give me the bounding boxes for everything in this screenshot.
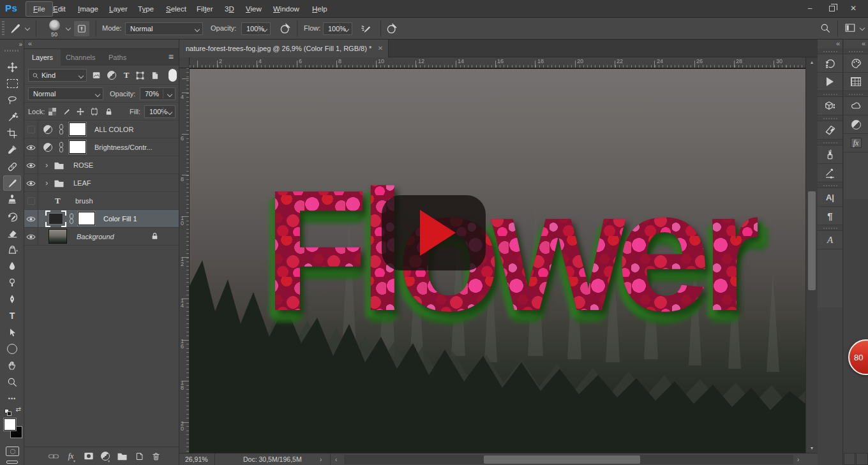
filter-shape-layers-button[interactable] [134,70,146,81]
adjustments-panel-button[interactable] [844,115,868,134]
collapse-panel-icon[interactable]: « [24,40,179,48]
search-button[interactable] [819,22,831,34]
menu-window[interactable]: Window [266,0,306,18]
styles-panel-button[interactable]: fx [844,134,868,152]
smoothing-button[interactable] [385,22,398,35]
tab-channels[interactable]: Channels [58,49,103,66]
layer-group-rose[interactable]: › ROSE [24,156,179,174]
tab-paths[interactable]: Paths [101,49,134,66]
tool-dodge[interactable] [3,275,21,290]
tool-type[interactable]: T [3,308,21,323]
scroll-up-icon[interactable]: ▴ [806,59,818,65]
filter-kind-select[interactable]: Kind [28,69,87,82]
actions-panel-button[interactable] [818,73,842,91]
tool-history-brush[interactable] [3,209,21,224]
tools-grip[interactable] [4,50,20,52]
lock-transparent-button[interactable] [47,107,57,117]
tab-layers[interactable]: Layers [24,49,61,66]
swatches-panel-button[interactable] [844,73,868,91]
menu-edit[interactable]: Edit [46,0,73,18]
vertical-scroll-thumb[interactable] [808,191,816,290]
scroll-right-icon[interactable]: › [797,454,799,465]
expand-tools-icon[interactable]: » [19,41,21,48]
opacity-select[interactable]: 100% [241,22,271,35]
color-panel-button[interactable] [844,54,868,73]
layer-row-brush-text[interactable]: T brush [24,192,179,210]
history-panel-button[interactable] [818,54,842,73]
canvas[interactable]: Flower Flower [190,68,805,453]
mode-select[interactable]: Normal [125,22,203,35]
paragraph-panel-button[interactable]: ¶ [818,207,842,225]
lock-paint-button[interactable] [61,107,71,117]
filter-smart-objects-button[interactable] [149,70,161,81]
flow-select[interactable]: 100% [323,22,352,35]
filter-adjustment-layers-button[interactable] [106,70,117,81]
brush-picker-chevron-icon[interactable] [66,26,71,31]
horizontal-scroll-thumb[interactable] [484,455,640,464]
lock-all-button[interactable] [103,107,114,117]
visibility-toggle[interactable] [24,228,38,246]
tool-hand[interactable] [3,358,21,373]
blend-mode-select[interactable]: Normal [28,87,103,100]
layer-group-leaf[interactable]: › LEAF [24,174,179,192]
tablet-opacity-button[interactable] [279,22,292,35]
visibility-toggle[interactable] [24,138,38,156]
tool-more[interactable]: ••• [3,391,21,406]
fill-select[interactable]: 100% [144,105,176,118]
layer-row-all-color[interactable]: ALL COLOR [24,121,179,138]
restore-button[interactable] [821,0,842,17]
tool-paint-bucket[interactable] [3,242,21,257]
scroll-down-icon[interactable]: ▾ [806,445,818,451]
visibility-toggle[interactable] [24,210,38,228]
default-swap-colors[interactable]: ⇄ [4,407,22,416]
character-panel-button[interactable]: A| [818,188,842,207]
visibility-toggle[interactable] [24,156,38,174]
document-tab[interactable]: nature-forest-trees-fog.jpeg @ 26,9% (Co… [179,40,389,57]
filter-pixel-layers-button[interactable] [91,70,102,81]
filter-type-layers-button[interactable]: T [121,70,132,81]
tool-clone-stamp[interactable] [3,192,21,207]
tool-lasso[interactable] [3,92,21,108]
vertical-scrollbar[interactable]: ▴ ▾ [805,57,818,453]
brush-preview[interactable]: 50 [45,20,64,38]
tool-rectangular-marquee[interactable] [3,76,21,91]
screen-mode-button[interactable] [6,461,18,464]
layer-style-button[interactable]: fx▾ [64,450,77,462]
mask-thumbnail[interactable] [78,212,95,225]
workspace-switcher[interactable] [844,22,857,34]
tool-crop[interactable] [3,126,21,141]
layer-row-background[interactable]: Background [24,228,179,246]
video-play-button[interactable] [382,195,486,270]
menu-select[interactable]: Select [159,0,193,18]
tool-blur[interactable] [3,258,21,274]
tool-eyedropper[interactable] [3,142,21,158]
lock-artboard-button[interactable] [89,107,100,117]
collapse-dock-icon[interactable]: « [844,40,868,48]
new-group-button[interactable] [116,450,128,462]
tool-eraser[interactable] [3,225,21,240]
options-grip[interactable] [2,21,4,36]
close-tab-icon[interactable]: ✕ [378,40,383,57]
menu-help[interactable]: Help [305,0,334,18]
tool-quick-selection[interactable] [3,109,21,124]
new-adjustment-layer-button[interactable]: ▾ [99,450,112,462]
brush-settings-panel-button[interactable] [818,164,842,182]
link-layers-button[interactable] [47,450,60,462]
brush-tool-preset[interactable] [8,22,22,36]
libraries-panel-button[interactable] [844,97,868,115]
background-thumbnail[interactable] [49,229,67,244]
visibility-toggle[interactable] [24,192,38,210]
toggle-brush-panel-button[interactable] [74,21,89,36]
fill-thumbnail-selected[interactable] [45,210,66,227]
mask-thumbnail[interactable] [69,122,86,136]
scroll-left-icon[interactable]: ‹ [335,454,337,465]
menu-filter[interactable]: Filter [190,0,220,18]
airbrush-button[interactable] [359,22,373,35]
quick-mask-button[interactable] [6,447,19,456]
brushes-panel-button[interactable] [818,145,842,164]
tool-ellipse[interactable] [3,341,21,357]
mask-thumbnail[interactable] [69,140,86,154]
tool-pen[interactable] [3,292,21,307]
tool-path-selection[interactable] [3,325,21,340]
horizontal-scrollbar[interactable] [344,455,793,464]
